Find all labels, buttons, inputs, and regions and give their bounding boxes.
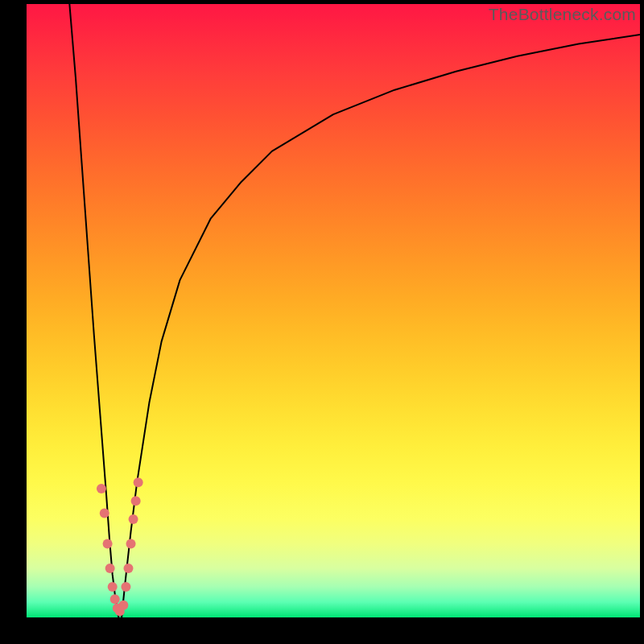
marker-point <box>118 601 128 610</box>
marker-point <box>103 539 113 549</box>
marker-point <box>108 582 118 592</box>
curve-layer <box>69 4 640 617</box>
marker-point <box>126 539 136 549</box>
marker-point <box>105 564 115 573</box>
marker-point <box>134 477 143 487</box>
marker-layer <box>97 477 143 616</box>
watermark-text: TheBottleneck.com <box>489 5 636 24</box>
plot-area <box>27 4 640 617</box>
marker-point <box>129 514 138 524</box>
chart-frame: TheBottleneck.com <box>0 0 644 644</box>
chart-svg <box>27 4 640 617</box>
marker-point <box>100 508 109 518</box>
marker-point <box>131 496 141 506</box>
marker-point <box>121 582 130 592</box>
marker-point <box>110 594 120 604</box>
series-right-rising-branch <box>122 35 640 617</box>
marker-point <box>97 484 106 493</box>
series-left-falling-branch <box>69 4 118 617</box>
marker-point <box>123 564 133 573</box>
